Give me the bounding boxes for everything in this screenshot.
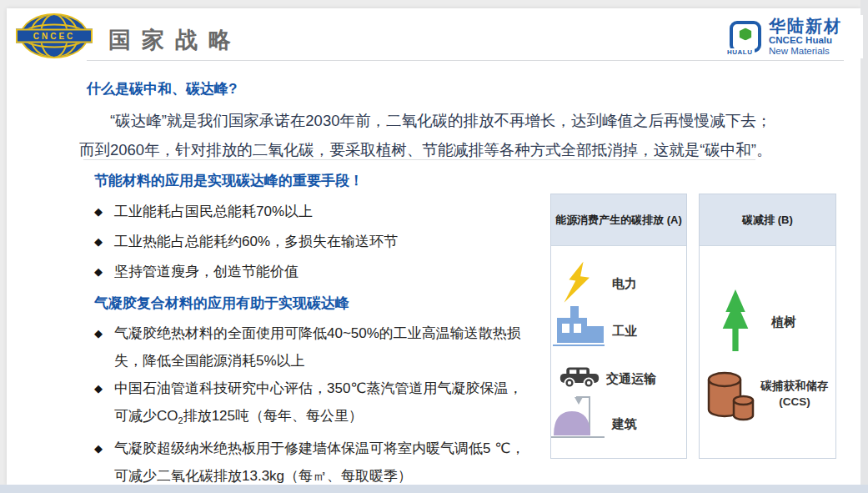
bullet-text-line: 气凝胶绝热材料的全面使用可降低40~50%的工业高温输送散热损 xyxy=(114,319,521,347)
cncec-text: CNCEC xyxy=(33,32,76,41)
bullet-item: ◆ 坚持管道瘦身，创造节能价值 xyxy=(94,257,561,287)
factory-ground-line xyxy=(553,345,605,346)
section2-bullet-list: ◆ 工业能耗占国民总能耗70%以上 ◆ 工业热能占总能耗约60%，多损失在输送环… xyxy=(94,197,561,287)
panel-emissions: 能源消费产生的碳排放 (A) 电力 工业 xyxy=(550,194,687,459)
hualu-name-en1: CNCEC Hualu xyxy=(769,35,842,45)
bullet-text-line: 可减少CO2排放125吨（每年、每公里） xyxy=(114,402,522,435)
label-electricity: 电力 xyxy=(612,276,637,292)
section3-bullet-list: ◆ 气凝胶绝热材料的全面使用可降低40~50%的工业高温输送散热损 失，降低全国… xyxy=(94,319,565,490)
bullet-text: 坚持管道瘦身，创造节能价值 xyxy=(114,257,299,287)
diamond-bullet-icon: ◆ xyxy=(94,227,114,257)
section3-heading: 气凝胶复合材料的应用有助于实现碳达峰 xyxy=(94,294,349,313)
section2-heading: 节能材料的应用是实现碳达峰的重要手段！ xyxy=(94,171,364,190)
diamond-bullet-icon: ◆ xyxy=(94,197,114,227)
panel-reduction: 碳减排 (B) 植树 碳捕获和储存 (CCS) xyxy=(699,194,836,459)
hualu-mark-label: HUALU xyxy=(727,48,755,56)
label-building: 建筑 xyxy=(612,416,637,432)
car-icon xyxy=(559,365,600,390)
hualu-logo: HUALU 华陆新材 CNCEC Hualu New Materials xyxy=(730,15,863,58)
bullet-item: ◆ 工业热能占总能耗约60%，多损失在输送环节 xyxy=(94,227,561,257)
title-divider xyxy=(87,60,844,61)
hualu-name-cn: 华陆新材 xyxy=(769,18,842,36)
diamond-bullet-icon: ◆ xyxy=(94,435,114,490)
factory-icon xyxy=(554,306,606,343)
panel-reduction-title: 碳减排 (B) xyxy=(700,194,835,246)
storage-cylinders-icon xyxy=(706,370,755,423)
bullet-item: ◆ 气凝胶绝热材料的全面使用可降低40~50%的工业高温输送散热损 失，降低全国… xyxy=(94,319,565,375)
dome-building-icon xyxy=(553,391,603,436)
lightning-icon xyxy=(563,259,595,306)
panel-emissions-title: 能源消费产生的碳排放 (A) xyxy=(551,194,686,246)
slide-right-edge xyxy=(860,0,868,485)
bullet-text-line: 气凝胶超级纳米绝热板用于修建墙体保温可将室内暖气调低5 ℃， xyxy=(114,435,524,462)
bullet-item: ◆ 中国石油管道科技研究中心评估，350℃蒸汽管道用气凝胶保温， 可减少CO2排… xyxy=(94,375,565,435)
bullet-text-line: 中国石油管道科技研究中心评估，350℃蒸汽管道用气凝胶保温， xyxy=(114,375,522,402)
hualu-mark-icon: HUALU xyxy=(730,21,761,53)
label-tree-planting: 植树 xyxy=(771,314,796,330)
diamond-bullet-icon: ◆ xyxy=(94,375,114,435)
section1-paragraph: “碳达峰”就是我们国家承诺在2030年前，二氧化碳的排放不再增长，达到峰值之后再… xyxy=(79,106,856,164)
section-divider xyxy=(83,159,755,160)
label-industry: 工业 xyxy=(612,324,637,340)
bullet-text: 工业热能占总能耗约60%，多损失在输送环节 xyxy=(114,227,398,257)
building-ground-line xyxy=(551,436,605,438)
slide-bottom-edge xyxy=(0,485,868,493)
label-ccs: 碳捕获和储存 (CCS) xyxy=(755,378,835,410)
bullet-text: 工业能耗占国民总能耗70%以上 xyxy=(114,197,313,227)
bullet-item: ◆ 气凝胶超级纳米绝热板用于修建墙体保温可将室内暖气调低5 ℃， 可减少二氧化碳… xyxy=(94,435,565,490)
label-transport: 交通运输 xyxy=(606,371,656,387)
page-title: 国家战略 xyxy=(108,25,242,55)
cncec-logo-icon: CNCEC xyxy=(20,13,88,58)
tree-icon xyxy=(720,289,751,351)
diamond-bullet-icon: ◆ xyxy=(94,319,114,375)
hualu-name-en2: New Materials xyxy=(769,46,842,56)
diamond-bullet-icon: ◆ xyxy=(94,257,114,287)
bullet-item: ◆ 工业能耗占国民总能耗70%以上 xyxy=(94,197,561,227)
bullet-text-line: 失，降低全国能源消耗5%以上 xyxy=(114,347,521,375)
paragraph-line: “碳达峰”就是我们国家承诺在2030年前，二氧化碳的排放不再增长，达到峰值之后再… xyxy=(79,106,856,135)
cncec-banner: CNCEC xyxy=(16,29,93,43)
section1-heading: 什么是碳中和、碳达峰? xyxy=(87,79,237,98)
slide: CNCEC 国家战略 HUALU 华陆新材 CNCEC Hualu New Ma… xyxy=(7,8,860,485)
